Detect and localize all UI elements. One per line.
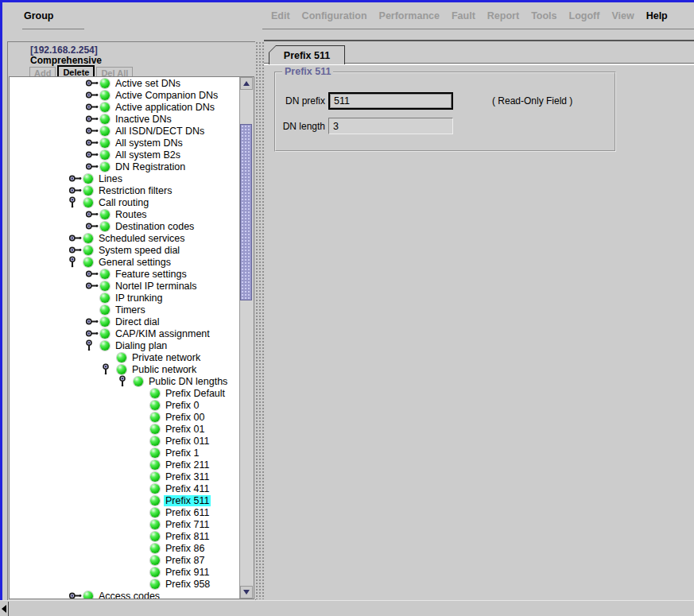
menu-configuration[interactable]: Configuration <box>302 10 367 21</box>
tree-item-prefix-01[interactable]: Prefix 01 <box>10 423 240 435</box>
tree-item-label[interactable]: Dialing plan <box>114 340 169 351</box>
tree-item-label[interactable]: Prefix 411 <box>164 483 211 494</box>
tree-scrollbar[interactable] <box>239 77 254 599</box>
collapse-handle-icon[interactable] <box>85 339 100 351</box>
tree-item-cap-kim-assignment[interactable]: CAP/KIM assignment <box>10 327 240 339</box>
menu-edit[interactable]: Edit <box>271 10 290 21</box>
tree-item-inactive-dns[interactable]: Inactive DNs <box>10 113 240 125</box>
tree-item-prefix-0[interactable]: Prefix 0 <box>10 399 240 411</box>
tree-handle[interactable] <box>68 232 83 244</box>
dn-prefix-field[interactable]: 511 <box>328 92 453 110</box>
scroll-down-button[interactable] <box>240 586 253 599</box>
tree-item-all-system-b2s[interactable]: All system B2s <box>10 149 240 161</box>
tree-item-label[interactable]: Timers <box>114 304 147 316</box>
tree-handle[interactable] <box>68 590 83 599</box>
tree-item-all-system-dns[interactable]: All system DNs <box>10 137 240 149</box>
tree-item-label[interactable]: Prefix 611 <box>164 507 211 518</box>
tree-item-label[interactable]: Restriction filters <box>97 185 173 196</box>
tree-item-active-application-dns[interactable]: Active application DNs <box>10 101 240 113</box>
menu-performance[interactable]: Performance <box>379 10 440 21</box>
tree-item-label[interactable]: Active Companion DNs <box>114 90 219 101</box>
tree-item-label[interactable]: Scheduled services <box>97 233 186 244</box>
tree-item-prefix-311[interactable]: Prefix 311 <box>10 471 240 482</box>
tree-item-access-codes[interactable]: Access codes <box>10 590 240 599</box>
expand-handle-icon[interactable] <box>85 125 100 137</box>
collapse-handle-icon[interactable] <box>118 375 134 387</box>
expand-handle-icon[interactable] <box>68 244 83 256</box>
tree-handle[interactable] <box>85 149 100 161</box>
tree-item-public-dn-lengths[interactable]: Public DN lengths <box>10 375 240 387</box>
tree-handle[interactable] <box>85 268 100 280</box>
tree-item-label[interactable]: Prefix 0 <box>164 400 200 411</box>
scroll-left-icon[interactable] <box>2 605 6 613</box>
tree-item-routes[interactable]: Routes <box>10 208 240 220</box>
tree-handle[interactable] <box>68 196 83 208</box>
expand-handle-icon[interactable] <box>68 184 83 196</box>
tree-item-label[interactable]: Routes <box>114 209 149 220</box>
tree-handle[interactable] <box>85 280 100 292</box>
expand-handle-icon[interactable] <box>85 77 100 89</box>
tree-item-label[interactable]: Lines <box>97 173 124 184</box>
tree-item-active-set-dns[interactable]: Active set DNs <box>10 77 240 89</box>
menu-report[interactable]: Report <box>487 10 519 21</box>
expand-handle-icon[interactable] <box>85 149 100 161</box>
collapse-handle-icon[interactable] <box>68 256 83 268</box>
tree-item-label[interactable]: Prefix 86 <box>164 543 206 554</box>
tree-handle[interactable] <box>85 77 100 89</box>
tree-item-prefix-211[interactable]: Prefix 211 <box>10 459 240 471</box>
tree-item-label[interactable]: Public network <box>130 364 198 375</box>
tree-item-label[interactable]: Prefix 811 <box>164 531 211 542</box>
expand-handle-icon[interactable] <box>85 327 100 339</box>
tree-item-label[interactable]: All ISDN/DECT DNs <box>114 126 206 137</box>
expand-handle-icon[interactable] <box>85 161 100 172</box>
tree-item-label[interactable]: Direct dial <box>114 316 161 327</box>
tree-item-label[interactable]: DN Registration <box>114 161 187 172</box>
tree-handle[interactable] <box>85 220 100 232</box>
collapse-handle-icon[interactable] <box>68 196 83 208</box>
tree-item-prefix-86[interactable]: Prefix 86 <box>10 542 240 554</box>
tree-handle[interactable] <box>118 375 134 387</box>
tree-item-prefix-811[interactable]: Prefix 811 <box>10 530 240 542</box>
menu-group[interactable]: Group <box>24 10 54 21</box>
expand-handle-icon[interactable] <box>85 280 100 292</box>
tree-item-label[interactable]: Private network <box>130 352 202 363</box>
tree-item-label[interactable]: Inactive DNs <box>114 114 173 125</box>
tree-item-system-speed-dial[interactable]: System speed dial <box>10 244 240 256</box>
tree-item-label[interactable]: Access codes <box>97 591 161 599</box>
tree-item-prefix-87[interactable]: Prefix 87 <box>10 554 240 566</box>
expand-handle-icon[interactable] <box>85 208 100 220</box>
tree-item-scheduled-services[interactable]: Scheduled services <box>10 232 240 244</box>
tree-item-label[interactable]: Prefix 00 <box>164 412 206 423</box>
tree-item-ip-trunking[interactable]: IP trunking <box>10 292 240 304</box>
tree-handle[interactable] <box>85 125 100 137</box>
tree-item-prefix-00[interactable]: Prefix 00 <box>10 411 240 423</box>
tree-item-label[interactable]: Prefix 87 <box>164 555 206 566</box>
tree-item-lines[interactable]: Lines <box>10 172 240 184</box>
expand-handle-icon[interactable] <box>85 137 100 149</box>
tree-item-timers[interactable]: Timers <box>10 304 240 316</box>
tree-item-general-settings[interactable]: General settings <box>10 256 240 268</box>
expand-handle-icon[interactable] <box>68 172 83 184</box>
scrollbar-thumb[interactable] <box>240 124 252 300</box>
tree-handle[interactable] <box>85 113 100 125</box>
tree-item-nortel-ip-terminals[interactable]: Nortel IP terminals <box>10 280 240 292</box>
tree-item-label[interactable]: All system B2s <box>114 149 182 161</box>
tree-item-dialing-plan[interactable]: Dialing plan <box>10 339 240 351</box>
tree-item-prefix-958[interactable]: Prefix 958 <box>10 578 240 590</box>
tree-item-label[interactable]: CAP/KIM assignment <box>114 328 211 339</box>
tree-handle[interactable] <box>102 363 117 375</box>
tree-item-label[interactable]: Feature settings <box>114 269 188 280</box>
tree-item-private-network[interactable]: Private network <box>10 351 240 363</box>
tree-handle[interactable] <box>85 137 100 149</box>
tree-handle[interactable] <box>85 208 100 220</box>
collapse-handle-icon[interactable] <box>102 363 117 375</box>
tree-item-label[interactable]: Prefix Default <box>164 388 227 399</box>
tree-item-restriction-filters[interactable]: Restriction filters <box>10 184 240 196</box>
tree-item-label[interactable]: IP trunking <box>114 293 165 304</box>
tree-item-active-companion-dns[interactable]: Active Companion DNs <box>10 89 240 101</box>
tree-item-label[interactable]: Prefix 711 <box>164 519 211 530</box>
tree-handle[interactable] <box>68 244 83 256</box>
tree-item-label[interactable]: Prefix 011 <box>164 436 211 447</box>
scroll-up-button[interactable] <box>240 77 253 90</box>
menu-fault[interactable]: Fault <box>452 10 475 21</box>
